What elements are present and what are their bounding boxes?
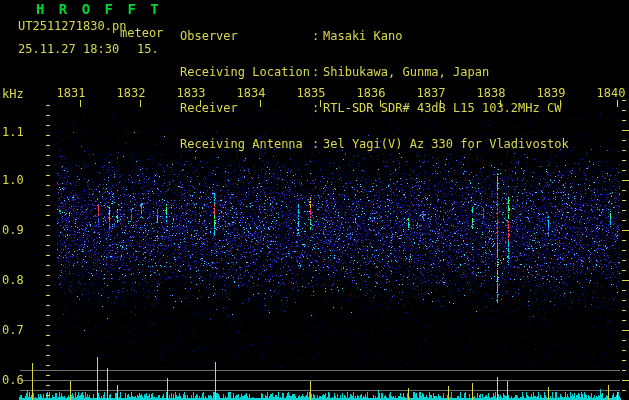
level-axis-label: 0.8: [2, 274, 32, 286]
freq-axis-label: 1833: [176, 87, 206, 99]
header-value: 3el Yagi(V) Az 330 for Vladivostok: [323, 138, 569, 150]
freq-axis-label: 1832: [116, 87, 146, 99]
level-axis-label: 1.1: [2, 126, 32, 138]
freq-axis-label: 1837: [416, 87, 446, 99]
header-label: Receiver: [180, 102, 312, 114]
header-row-location: Receiving Location:Shibukawa, Gunma, Jap…: [180, 66, 569, 78]
khz-unit-label: kHz: [2, 88, 24, 100]
datetime-text: 25.11.27 18:30: [18, 43, 119, 55]
freq-axis-label: 1831: [56, 87, 86, 99]
header-value: RTL-SDR SDR# 43dB L15 103.2MHz CW: [323, 102, 561, 114]
level-axis-label: 0.9: [2, 224, 32, 236]
header-value: Shibukawa, Gunma, Japan: [323, 66, 489, 78]
level-axis-label: 0.6: [2, 374, 32, 386]
hrofft-window: H R O F F T UT2511271830.pn meteor 25.11…: [0, 0, 629, 400]
comment-text: meteor: [120, 27, 163, 39]
header-label: Receiving Antenna: [180, 138, 312, 150]
header-row-receiver: Receiver:RTL-SDR SDR# 43dB L15 103.2MHz …: [180, 102, 569, 114]
header-label: Observer: [180, 30, 312, 42]
freq-axis-label: 1836: [356, 87, 386, 99]
header-separator: :: [312, 138, 320, 150]
freq-axis-label: 1839: [536, 87, 566, 99]
header-row-antenna: Receiving Antenna:3el Yagi(V) Az 330 for…: [180, 138, 569, 150]
app-title: H R O F F T: [36, 3, 162, 15]
header-label: Receiving Location: [180, 66, 312, 78]
header-separator: :: [312, 30, 320, 42]
freq-axis-label: 1838: [476, 87, 506, 99]
header-separator: :: [312, 102, 320, 114]
header-value: Masaki Kano: [323, 30, 402, 42]
freq-axis-label: 1834: [236, 87, 266, 99]
filename-text: UT2511271830.pn: [18, 20, 126, 32]
header-row-observer: Observer:Masaki Kano: [180, 30, 569, 42]
param-text: 15.: [137, 43, 159, 55]
level-axis-label: 0.7: [2, 324, 32, 336]
header-separator: :: [312, 66, 320, 78]
level-axis-label: 1.0: [2, 174, 32, 186]
freq-axis-label: 1840: [596, 87, 626, 99]
freq-axis-label: 1835: [296, 87, 326, 99]
